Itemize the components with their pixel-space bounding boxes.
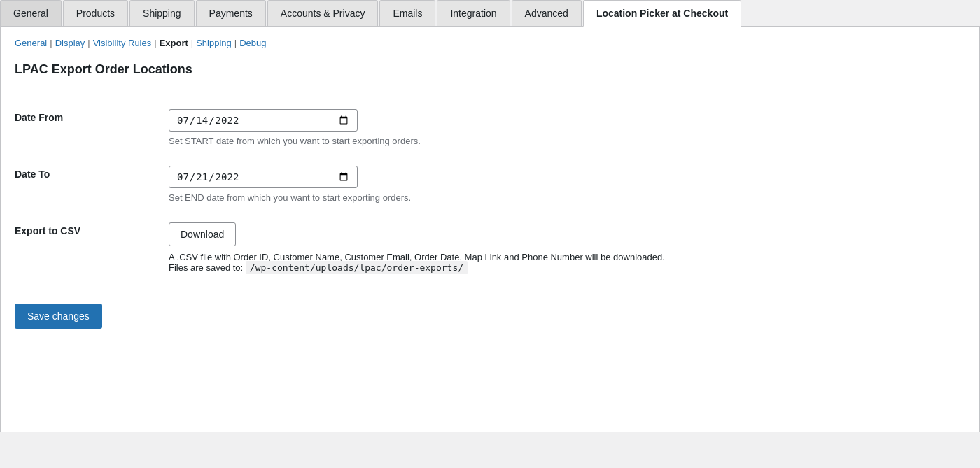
tab-location-picker[interactable]: Location Picker at Checkout [583, 0, 741, 27]
separator-2: | [88, 38, 90, 48]
tab-products[interactable]: Products [63, 0, 128, 26]
date-to-input[interactable] [169, 166, 358, 188]
separator-1: | [50, 38, 52, 48]
csv-description: A .CSV file with Order ID, Customer Name… [169, 252, 799, 273]
tab-payments[interactable]: Payments [196, 0, 266, 26]
separator-3: | [154, 38, 156, 48]
download-button[interactable]: Download [169, 222, 236, 246]
subnav-export-current: Export [160, 38, 188, 48]
csv-description-line2: Files are saved to: [169, 262, 243, 273]
separator-5: | [234, 38, 237, 48]
subnav-general[interactable]: General [15, 38, 47, 48]
date-to-row: Date To Set END date from which you want… [15, 156, 965, 213]
export-csv-row: Export to CSV Download A .CSV file with … [15, 213, 965, 283]
sub-navigation: General | Display | Visibility Rules | E… [15, 38, 965, 48]
date-from-label: Date From [15, 112, 63, 123]
subnav-shipping[interactable]: Shipping [196, 38, 232, 48]
content-area: General | Display | Visibility Rules | E… [0, 27, 980, 432]
tab-advanced[interactable]: Advanced [512, 0, 582, 26]
date-to-description: Set END date from which you want to star… [169, 192, 965, 203]
tab-general[interactable]: General [0, 0, 62, 26]
tab-shipping[interactable]: Shipping [130, 0, 195, 26]
form-table: Date From Set START date from which you … [15, 99, 965, 283]
tab-bar: General Products Shipping Payments Accou… [0, 0, 980, 27]
save-changes-button[interactable]: Save changes [15, 304, 102, 329]
subnav-visibility-rules[interactable]: Visibility Rules [93, 38, 152, 48]
tab-accounts-privacy[interactable]: Accounts & Privacy [267, 0, 379, 26]
date-from-description: Set START date from which you want to st… [169, 136, 965, 146]
file-path: /wp-content/uploads/lpac/order-exports/ [246, 261, 468, 274]
tab-emails[interactable]: Emails [379, 0, 435, 26]
page-title: LPAC Export Order Locations [15, 62, 965, 83]
tab-integration[interactable]: Integration [437, 0, 510, 26]
subnav-display[interactable]: Display [55, 38, 85, 48]
export-csv-label: Export to CSV [15, 225, 80, 236]
date-from-input[interactable] [169, 109, 358, 132]
date-to-label: Date To [15, 169, 50, 180]
date-from-row: Date From Set START date from which you … [15, 99, 965, 156]
separator-4: | [191, 38, 193, 48]
subnav-debug[interactable]: Debug [239, 38, 266, 48]
